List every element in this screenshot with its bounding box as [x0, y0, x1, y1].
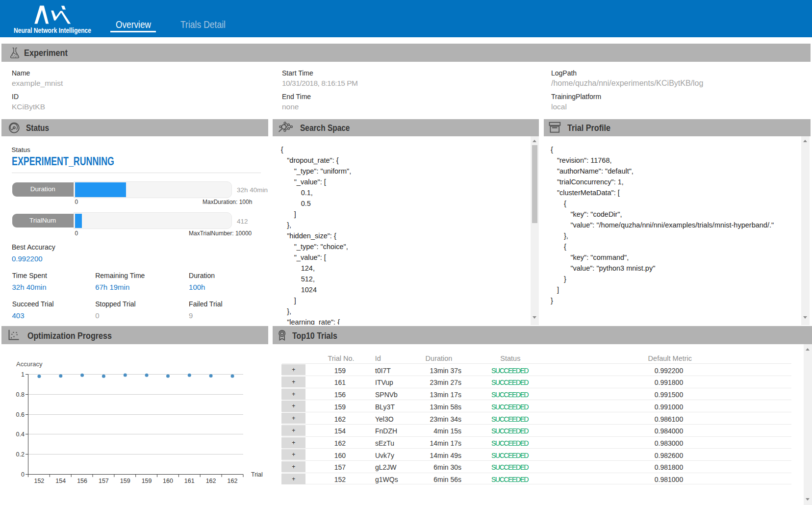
- svg-text:152: 152: [34, 478, 44, 484]
- svg-text:156: 156: [77, 478, 87, 484]
- svg-text:1: 1: [21, 371, 25, 378]
- svg-text:0: 0: [21, 471, 25, 478]
- svg-text:Accuracy: Accuracy: [16, 360, 43, 368]
- svg-text:157: 157: [99, 478, 109, 484]
- svg-text:Trial: Trial: [251, 471, 263, 478]
- svg-text:0.4: 0.4: [16, 431, 25, 438]
- svg-text:0.6: 0.6: [16, 411, 25, 418]
- svg-text:159: 159: [120, 478, 130, 484]
- svg-text:161: 161: [184, 478, 195, 484]
- svg-text:154: 154: [55, 478, 66, 484]
- svg-text:159: 159: [142, 478, 152, 484]
- svg-text:160: 160: [163, 478, 173, 484]
- svg-text:0.8: 0.8: [16, 391, 25, 398]
- svg-text:162: 162: [228, 478, 238, 484]
- svg-text:162: 162: [206, 478, 216, 484]
- svg-text:0.2: 0.2: [16, 451, 25, 458]
